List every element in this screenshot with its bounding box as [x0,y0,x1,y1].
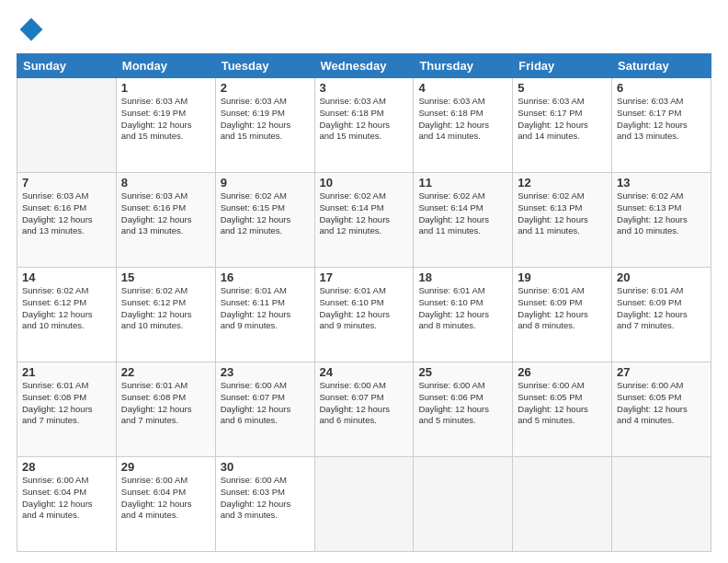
calendar-cell: 25Sunrise: 6:00 AMSunset: 6:06 PMDayligh… [414,362,513,457]
day-info: Sunrise: 6:02 AMSunset: 6:14 PMDaylight:… [320,190,409,237]
day-number: 26 [518,365,607,379]
day-info: Sunrise: 6:03 AMSunset: 6:19 PMDaylight:… [221,96,310,143]
calendar-cell: 16Sunrise: 6:01 AMSunset: 6:11 PMDayligh… [215,268,314,362]
header [17,17,711,46]
day-number: 10 [320,176,409,190]
day-number: 13 [617,176,706,190]
day-info: Sunrise: 6:01 AMSunset: 6:09 PMDaylight:… [617,285,706,332]
day-number: 1 [121,81,210,95]
weekday-header: Saturday [612,54,711,78]
day-number: 8 [121,176,210,190]
calendar-cell: 20Sunrise: 6:01 AMSunset: 6:09 PMDayligh… [612,268,711,362]
day-info: Sunrise: 6:03 AMSunset: 6:17 PMDaylight:… [617,96,706,143]
calendar-cell [513,457,612,552]
day-info: Sunrise: 6:02 AMSunset: 6:15 PMDaylight:… [221,190,310,237]
weekday-header: Wednesday [314,54,414,78]
logo-icon [18,17,44,42]
day-number: 21 [22,365,111,379]
day-info: Sunrise: 6:02 AMSunset: 6:14 PMDaylight:… [418,190,507,237]
calendar-body: 1Sunrise: 6:03 AMSunset: 6:19 PMDaylight… [17,78,711,552]
day-number: 27 [617,365,706,379]
calendar-cell: 19Sunrise: 6:01 AMSunset: 6:09 PMDayligh… [513,268,612,362]
calendar-cell: 18Sunrise: 6:01 AMSunset: 6:10 PMDayligh… [414,268,513,362]
day-number: 18 [418,270,507,284]
svg-marker-0 [20,18,43,41]
calendar-cell: 15Sunrise: 6:02 AMSunset: 6:12 PMDayligh… [116,268,215,362]
calendar-cell: 29Sunrise: 6:00 AMSunset: 6:04 PMDayligh… [116,457,215,552]
calendar-cell: 5Sunrise: 6:03 AMSunset: 6:17 PMDaylight… [513,78,612,173]
day-number: 28 [22,460,111,474]
day-number: 4 [418,81,507,95]
calendar-cell: 21Sunrise: 6:01 AMSunset: 6:08 PMDayligh… [17,362,117,457]
calendar-cell: 14Sunrise: 6:02 AMSunset: 6:12 PMDayligh… [17,268,117,362]
calendar: SundayMondayTuesdayWednesdayThursdayFrid… [17,53,711,552]
day-info: Sunrise: 6:00 AMSunset: 6:05 PMDaylight:… [518,380,607,427]
calendar-cell [612,457,711,552]
day-number: 2 [221,81,310,95]
calendar-cell: 7Sunrise: 6:03 AMSunset: 6:16 PMDaylight… [17,173,117,268]
day-number: 14 [22,270,111,284]
day-number: 24 [320,365,409,379]
calendar-cell: 10Sunrise: 6:02 AMSunset: 6:14 PMDayligh… [314,173,414,268]
calendar-cell [314,457,414,552]
calendar-cell: 3Sunrise: 6:03 AMSunset: 6:18 PMDaylight… [314,78,414,173]
calendar-cell: 4Sunrise: 6:03 AMSunset: 6:18 PMDaylight… [414,78,513,173]
day-info: Sunrise: 6:00 AMSunset: 6:07 PMDaylight:… [221,380,310,427]
calendar-cell: 30Sunrise: 6:00 AMSunset: 6:03 PMDayligh… [215,457,314,552]
day-number: 29 [121,460,210,474]
day-number: 12 [518,176,607,190]
day-number: 6 [617,81,706,95]
day-number: 30 [221,460,310,474]
weekday-header: Monday [116,54,215,78]
calendar-cell: 6Sunrise: 6:03 AMSunset: 6:17 PMDaylight… [612,78,711,173]
day-number: 5 [518,81,607,95]
day-number: 25 [418,365,507,379]
day-info: Sunrise: 6:01 AMSunset: 6:11 PMDaylight:… [221,285,310,332]
calendar-cell: 17Sunrise: 6:01 AMSunset: 6:10 PMDayligh… [314,268,414,362]
calendar-cell: 12Sunrise: 6:02 AMSunset: 6:13 PMDayligh… [513,173,612,268]
day-info: Sunrise: 6:00 AMSunset: 6:07 PMDaylight:… [320,380,409,427]
day-info: Sunrise: 6:03 AMSunset: 6:16 PMDaylight:… [22,190,111,237]
weekday-header: Thursday [414,54,513,78]
calendar-cell: 24Sunrise: 6:00 AMSunset: 6:07 PMDayligh… [314,362,414,457]
day-info: Sunrise: 6:01 AMSunset: 6:10 PMDaylight:… [320,285,409,332]
calendar-cell: 13Sunrise: 6:02 AMSunset: 6:13 PMDayligh… [612,173,711,268]
day-info: Sunrise: 6:03 AMSunset: 6:18 PMDaylight:… [418,96,507,143]
day-info: Sunrise: 6:00 AMSunset: 6:06 PMDaylight:… [418,380,507,427]
day-info: Sunrise: 6:02 AMSunset: 6:13 PMDaylight:… [617,190,706,237]
day-number: 11 [418,176,507,190]
day-info: Sunrise: 6:00 AMSunset: 6:05 PMDaylight:… [617,380,706,427]
day-number: 22 [121,365,210,379]
day-info: Sunrise: 6:02 AMSunset: 6:13 PMDaylight:… [518,190,607,237]
day-info: Sunrise: 6:01 AMSunset: 6:09 PMDaylight:… [518,285,607,332]
calendar-cell: 8Sunrise: 6:03 AMSunset: 6:16 PMDaylight… [116,173,215,268]
day-number: 20 [617,270,706,284]
day-info: Sunrise: 6:01 AMSunset: 6:08 PMDaylight:… [121,380,210,427]
day-info: Sunrise: 6:00 AMSunset: 6:04 PMDaylight:… [121,475,210,522]
day-number: 7 [22,176,111,190]
page: SundayMondayTuesdayWednesdayThursdayFrid… [0,0,728,563]
day-info: Sunrise: 6:00 AMSunset: 6:04 PMDaylight:… [22,475,111,522]
calendar-cell: 22Sunrise: 6:01 AMSunset: 6:08 PMDayligh… [116,362,215,457]
calendar-week-row: 14Sunrise: 6:02 AMSunset: 6:12 PMDayligh… [17,268,711,362]
calendar-cell: 23Sunrise: 6:00 AMSunset: 6:07 PMDayligh… [215,362,314,457]
day-info: Sunrise: 6:01 AMSunset: 6:10 PMDaylight:… [418,285,507,332]
day-info: Sunrise: 6:03 AMSunset: 6:17 PMDaylight:… [518,96,607,143]
calendar-cell: 2Sunrise: 6:03 AMSunset: 6:19 PMDaylight… [215,78,314,173]
weekday-header: Sunday [17,54,117,78]
calendar-cell: 26Sunrise: 6:00 AMSunset: 6:05 PMDayligh… [513,362,612,457]
day-info: Sunrise: 6:03 AMSunset: 6:16 PMDaylight:… [121,190,210,237]
day-number: 19 [518,270,607,284]
day-info: Sunrise: 6:01 AMSunset: 6:08 PMDaylight:… [22,380,111,427]
calendar-week-row: 1Sunrise: 6:03 AMSunset: 6:19 PMDaylight… [17,78,711,173]
calendar-header-row: SundayMondayTuesdayWednesdayThursdayFrid… [17,54,711,78]
calendar-week-row: 21Sunrise: 6:01 AMSunset: 6:08 PMDayligh… [17,362,711,457]
day-info: Sunrise: 6:03 AMSunset: 6:19 PMDaylight:… [121,96,210,143]
day-number: 23 [221,365,310,379]
day-info: Sunrise: 6:02 AMSunset: 6:12 PMDaylight:… [121,285,210,332]
day-number: 9 [221,176,310,190]
weekday-header: Tuesday [215,54,314,78]
calendar-cell: 9Sunrise: 6:02 AMSunset: 6:15 PMDaylight… [215,173,314,268]
weekday-header: Friday [513,54,612,78]
calendar-week-row: 7Sunrise: 6:03 AMSunset: 6:16 PMDaylight… [17,173,711,268]
